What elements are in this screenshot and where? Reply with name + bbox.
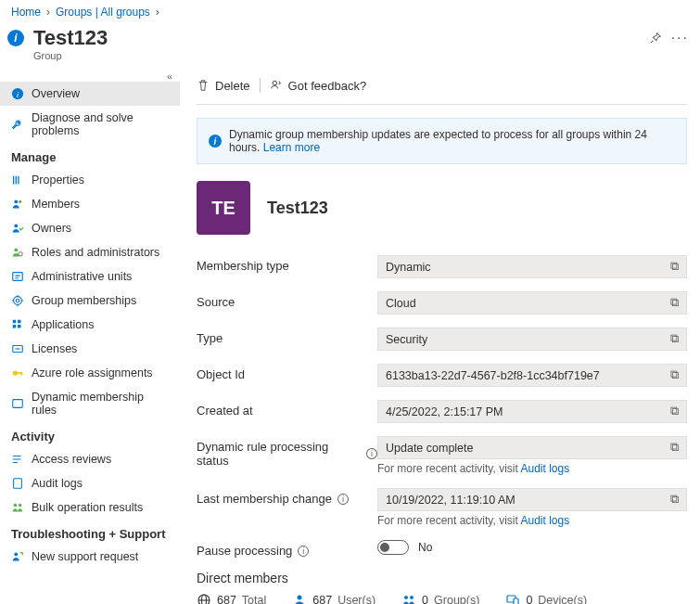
toolbar: Delete Got feedback? [197,74,687,100]
more-icon[interactable]: ··· [671,30,689,46]
svg-point-25 [202,595,207,604]
stat-devices[interactable]: 0Device(s) [505,593,587,604]
info-icon[interactable]: i [337,494,349,505]
copy-icon[interactable]: ⧉ [670,260,679,274]
field-rule-status: Update complete⧉ [377,436,687,459]
label-pause: Pause processingi [197,540,377,558]
sidebar-item-label: Members [32,198,80,211]
field-created-at: 4/25/2022, 2:15:17 PM⧉ [377,400,687,423]
sidebar-item-label: New support request [32,550,138,563]
roles-icon [11,246,24,259]
info-icon[interactable]: i [298,546,309,557]
sidebar-item-licenses[interactable]: Licenses [0,337,180,361]
direct-members-section: Direct members 687Total 687User(s) 0Grou… [197,571,687,604]
sidebar-item-members[interactable]: Members [0,192,180,216]
label-last-change: Last membership changei [197,488,377,506]
chevron-right-icon: › [156,6,159,19]
breadcrumb-groups[interactable]: Groups | All groups [56,6,150,19]
toolbar-divider [260,78,261,93]
sidebar-item-group-memberships[interactable]: Group memberships [0,289,180,313]
pin-icon[interactable] [649,32,662,45]
sidebar-section-activity: Activity [0,422,180,447]
row-source: Source Cloud⧉ [197,291,687,315]
breadcrumb-home[interactable]: Home [11,6,41,19]
sidebar-item-audit-logs[interactable]: Audit logs [0,471,180,495]
sidebar-item-bulk-results[interactable]: Bulk operation results [0,495,180,520]
info-icon: i [11,87,24,100]
sidebar-item-azure-roles[interactable]: Azure role assignments [0,361,180,385]
globe-icon [197,593,211,604]
sidebar-item-owners[interactable]: Owners [0,216,180,240]
copy-icon[interactable]: ⧉ [670,332,679,346]
feedback-button[interactable]: Got feedback? [270,79,367,93]
feedback-icon [270,79,283,92]
sidebar: « i Overview Diagnose and solve problems… [0,69,180,604]
svg-rect-30 [514,598,518,604]
bulk-results-icon [11,501,24,514]
support-icon [11,550,24,563]
svg-point-6 [19,252,22,256]
sidebar-item-properties[interactable]: Properties [0,168,180,192]
audit-logs-icon [11,477,24,490]
user-icon [292,593,307,604]
sidebar-item-label: Roles and administrators [32,246,159,259]
sidebar-item-dynamic-rules[interactable]: Dynamic membership rules [0,385,180,422]
feedback-label: Got feedback? [288,79,367,93]
sidebar-item-label: Overview [32,87,80,100]
horizontal-divider [197,104,687,105]
svg-rect-10 [13,320,17,324]
sidebar-item-label: Group memberships [32,294,136,307]
sidebar-item-diagnose[interactable]: Diagnose and solve problems [0,106,180,143]
svg-rect-18 [13,400,23,408]
trash-icon [197,79,210,92]
group-memberships-icon [11,294,24,307]
info-icon[interactable]: i [366,448,377,459]
sidebar-item-label: Azure role assignments [32,366,153,379]
stat-groups[interactable]: 0Group(s) [401,593,479,604]
sidebar-item-overview[interactable]: i Overview [0,82,180,106]
sidebar-item-admin-units[interactable]: Administrative units [0,264,180,289]
group-icon [401,593,416,604]
sidebar-item-label: Audit logs [32,477,83,490]
delete-button[interactable]: Delete [197,79,250,93]
svg-point-28 [410,596,414,599]
label-membership-type: Membership type [197,255,377,273]
copy-icon[interactable]: ⧉ [670,405,679,418]
sidebar-item-label: Bulk operation results [32,501,143,514]
audit-logs-link[interactable]: Audit logs [520,514,569,527]
banner-learn-more-link[interactable]: Learn more [263,141,320,154]
svg-point-23 [273,81,276,84]
collapse-sidebar-icon[interactable]: « [0,71,180,82]
sidebar-item-label: Owners [32,222,71,235]
entity-tile: TE [197,181,250,235]
sidebar-item-label: Dynamic membership rules [32,391,169,417]
sidebar-item-new-request[interactable]: New support request [0,545,180,569]
copy-icon[interactable]: ⧉ [670,493,679,507]
sidebar-item-label: Access reviews [32,453,111,466]
svg-rect-7 [13,273,23,281]
audit-logs-link[interactable]: Audit logs [520,462,569,475]
copy-icon[interactable]: ⧉ [670,296,679,310]
stat-users[interactable]: 687User(s) [292,593,375,604]
label-created-at: Created at [197,400,377,418]
key-icon [11,366,24,379]
svg-rect-11 [18,320,21,324]
device-icon [505,593,520,604]
sidebar-item-label: Diagnose and solve problems [32,111,169,137]
sidebar-item-roles[interactable]: Roles and administrators [0,240,180,264]
sidebar-item-access-reviews[interactable]: Access reviews [0,447,180,471]
row-created-at: Created at 4/25/2022, 2:15:17 PM⧉ [197,400,687,423]
svg-point-9 [16,299,19,302]
copy-icon[interactable]: ⧉ [670,441,679,455]
field-membership-type: Dynamic⧉ [377,255,687,278]
label-object-id: Object Id [197,364,377,381]
label-rule-status: Dynamic rule processing statusi [197,436,377,468]
field-source: Cloud⧉ [377,291,687,315]
pause-toggle[interactable] [377,540,409,555]
stat-total[interactable]: 687Total [197,593,266,604]
info-banner: i Dynamic group membership updates are e… [197,118,687,164]
copy-icon[interactable]: ⧉ [670,368,679,382]
sidebar-item-applications[interactable]: Applications [0,313,180,337]
svg-point-26 [298,596,302,600]
label-source: Source [197,291,377,309]
